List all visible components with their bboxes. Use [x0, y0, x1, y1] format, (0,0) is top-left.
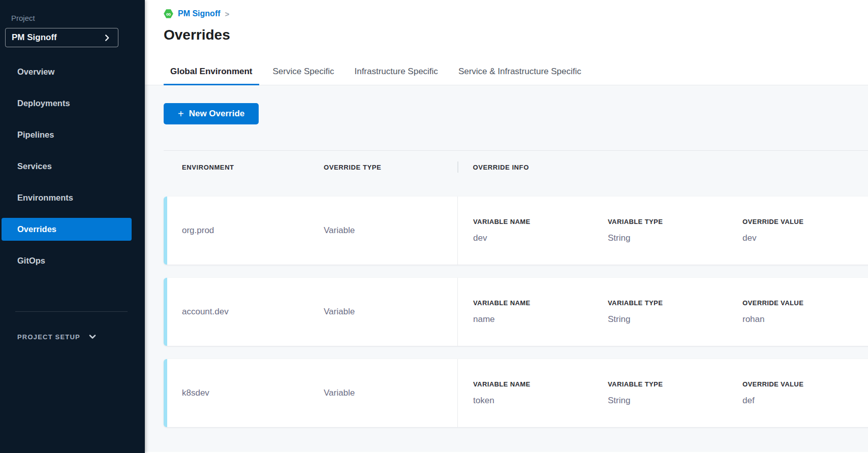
sidebar: Project PM Signoff Overview Deployments … — [0, 0, 145, 453]
variable-name-label: VARIABLE NAME — [473, 380, 608, 388]
table-row[interactable]: org.prod Variable VARIABLE NAME dev VARI… — [164, 197, 868, 265]
page-header: ∞ PM Signoff > Overrides — [145, 0, 868, 44]
project-section-label: Project — [0, 0, 145, 22]
sidebar-item-services[interactable]: Services — [2, 155, 132, 178]
new-override-button-label: New Override — [189, 109, 245, 119]
breadcrumb: ∞ PM Signoff > — [164, 9, 868, 19]
sidebar-item-deployments[interactable]: Deployments — [2, 92, 132, 115]
tab-global-environment[interactable]: Global Environment — [164, 67, 259, 85]
header-divider — [457, 161, 458, 173]
override-value-pair: OVERRIDE VALUE def — [742, 380, 868, 406]
override-value-label: OVERRIDE VALUE — [742, 299, 868, 307]
tab-infrastructure-specific[interactable]: Infrastructure Specific — [348, 67, 444, 85]
variable-type-label: VARIABLE TYPE — [608, 218, 742, 225]
variable-type-value: String — [608, 314, 742, 325]
variable-type-pair: VARIABLE TYPE String — [608, 380, 742, 406]
sidebar-nav: Overview Deployments Pipelines Services … — [0, 60, 145, 272]
overrides-row-list: org.prod Variable VARIABLE NAME dev VARI… — [164, 197, 868, 427]
column-header-environment: ENVIRONMENT — [182, 164, 324, 171]
tab-service-infrastructure-specific[interactable]: Service & Infrastructure Specific — [452, 67, 588, 85]
row-override-type: Variable — [324, 359, 457, 427]
sidebar-item-label: Environments — [17, 193, 73, 203]
variable-type-label: VARIABLE TYPE — [608, 299, 742, 307]
plus-icon: + — [178, 109, 184, 119]
row-override-info: VARIABLE NAME dev VARIABLE TYPE String O… — [457, 197, 868, 265]
chevron-right-icon — [103, 34, 111, 42]
variable-type-pair: VARIABLE TYPE String — [608, 299, 742, 325]
sidebar-item-pipelines[interactable]: Pipelines — [2, 123, 132, 146]
sidebar-item-label: Overrides — [17, 224, 56, 234]
override-value-pair: OVERRIDE VALUE dev — [742, 218, 868, 243]
override-value-value: rohan — [742, 314, 868, 325]
tab-bar: Global Environment Service Specific Infr… — [145, 67, 868, 85]
variable-type-value: String — [608, 233, 742, 243]
breadcrumb-separator: > — [225, 10, 230, 18]
variable-name-label: VARIABLE NAME — [473, 218, 608, 225]
variable-name-pair: VARIABLE NAME dev — [473, 218, 608, 243]
row-override-type: Variable — [324, 197, 457, 265]
row-override-type: Variable — [324, 278, 457, 346]
app-root: Project PM Signoff Overview Deployments … — [0, 0, 868, 453]
project-hexagon-icon: ∞ — [164, 9, 173, 19]
column-header-override-info: OVERRIDE INFO — [473, 164, 529, 171]
variable-name-pair: VARIABLE NAME name — [473, 299, 608, 325]
sidebar-item-label: Services — [17, 161, 52, 171]
override-value-value: dev — [742, 233, 868, 243]
sidebar-item-gitops[interactable]: GitOps — [2, 249, 132, 272]
variable-type-value: String — [608, 396, 742, 406]
variable-type-label: VARIABLE TYPE — [608, 380, 742, 388]
sidebar-item-overview[interactable]: Overview — [2, 60, 132, 83]
chevron-down-icon — [88, 333, 97, 341]
overrides-table-header: ENVIRONMENT OVERRIDE TYPE OVERRIDE INFO — [164, 150, 868, 173]
sidebar-item-label: Pipelines — [17, 130, 54, 140]
variable-name-label: VARIABLE NAME — [473, 299, 608, 307]
tab-panel-global-environment: + New Override ENVIRONMENT OVERRIDE TYPE… — [145, 85, 868, 452]
project-selector-value: PM Signoff — [12, 33, 57, 43]
override-value-label: OVERRIDE VALUE — [742, 380, 868, 388]
sidebar-item-overrides[interactable]: Overrides — [2, 218, 132, 241]
sidebar-item-label: Deployments — [17, 99, 70, 108]
main-content: ∞ PM Signoff > Overrides Global Environm… — [145, 0, 868, 453]
new-override-button[interactable]: + New Override — [164, 103, 259, 124]
sidebar-item-environments[interactable]: Environments — [2, 186, 132, 209]
variable-name-value: dev — [473, 233, 608, 243]
row-override-info: VARIABLE NAME name VARIABLE TYPE String … — [457, 278, 868, 346]
breadcrumb-project-link[interactable]: PM Signoff — [178, 9, 221, 18]
row-environment: org.prod — [182, 197, 324, 265]
variable-name-value: token — [473, 396, 608, 406]
override-value-pair: OVERRIDE VALUE rohan — [742, 299, 868, 325]
variable-type-pair: VARIABLE TYPE String — [608, 218, 742, 243]
page-title: Overrides — [164, 26, 868, 44]
variable-name-value: name — [473, 314, 608, 325]
sidebar-item-label: Overview — [17, 67, 54, 77]
tab-service-specific[interactable]: Service Specific — [266, 67, 341, 85]
override-value-value: def — [742, 396, 868, 406]
column-header-override-info-group: OVERRIDE INFO — [457, 161, 868, 173]
sidebar-item-label: GitOps — [17, 256, 45, 266]
override-value-label: OVERRIDE VALUE — [742, 218, 868, 225]
variable-name-pair: VARIABLE NAME token — [473, 380, 608, 406]
project-selector[interactable]: PM Signoff — [5, 28, 118, 47]
project-setup-label: PROJECT SETUP — [17, 333, 80, 341]
row-environment: k8sdev — [182, 359, 324, 427]
row-environment: account.dev — [182, 278, 324, 346]
sidebar-divider — [15, 311, 128, 312]
table-row[interactable]: account.dev Variable VARIABLE NAME name … — [164, 278, 868, 346]
project-setup-toggle[interactable]: PROJECT SETUP — [2, 333, 132, 341]
row-override-info: VARIABLE NAME token VARIABLE TYPE String… — [457, 359, 868, 427]
table-row[interactable]: k8sdev Variable VARIABLE NAME token VARI… — [164, 359, 868, 427]
column-header-override-type: OVERRIDE TYPE — [324, 164, 457, 171]
